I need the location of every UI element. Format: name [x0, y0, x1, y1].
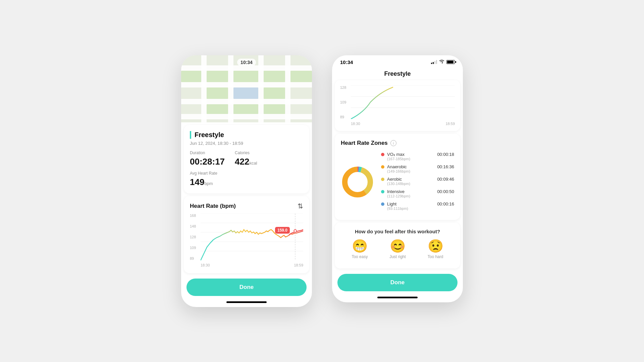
zones-card: Heart Rate Zones i — [335, 134, 460, 220]
svg-rect-1 — [181, 65, 312, 71]
duration-value: 00:28:17 — [190, 157, 225, 167]
svg-rect-10 — [233, 71, 258, 82]
aerobic-dot — [381, 178, 384, 181]
feeling-title: How do you feel after this workout? — [341, 229, 454, 234]
y-axis: 168 148 128 109 89 — [190, 214, 196, 260]
svg-rect-2 — [181, 82, 312, 87]
feeling-too-hard[interactable]: 😟 Too hard — [428, 240, 443, 259]
svg-rect-12 — [207, 87, 228, 99]
zone-item-vo2max: VO₂ max (167-185bpm) 00:00:18 — [381, 152, 454, 161]
chart-settings-icon[interactable]: ⇅ — [298, 202, 303, 210]
right-page-title: Freestyle — [332, 68, 463, 77]
too-hard-emoji: 😟 — [428, 240, 443, 252]
svg-rect-8 — [285, 55, 290, 122]
wifi-icon — [439, 60, 444, 65]
workout-title: Freestyle — [190, 131, 303, 139]
workout-date: Jun 12, 2024, 18:30 - 18:59 — [190, 141, 303, 146]
right-y-axis: 128 109 89 — [340, 85, 346, 119]
svg-rect-11 — [264, 71, 285, 82]
hr-line-chart-card: 128 109 89 — [335, 80, 460, 131]
feeling-too-easy[interactable]: 😁 Too easy — [352, 240, 368, 259]
zones-title: Heart Rate Zones — [341, 140, 388, 146]
right-chart-area — [351, 85, 455, 119]
svg-point-26 — [294, 230, 297, 232]
status-icons — [431, 60, 455, 65]
info-icon[interactable]: i — [390, 140, 396, 146]
intensive-dot — [381, 190, 384, 193]
too-easy-label: Too easy — [352, 254, 368, 259]
svg-rect-5 — [201, 55, 207, 122]
right-done-button[interactable]: Done — [337, 274, 458, 291]
donut-chart — [341, 165, 374, 200]
map-time-overlay: 10:34 — [237, 59, 256, 66]
duration-stat: Duration 00:28:17 — [190, 150, 225, 167]
home-indicator — [226, 301, 267, 303]
chart-area: 168 148 128 109 89 — [190, 214, 303, 267]
chart-svg-container: 159.0 — [201, 214, 303, 260]
zones-list: VO₂ max (167-185bpm) 00:00:18 Anaerobic … — [381, 152, 454, 214]
battery-icon — [446, 60, 455, 64]
chart-title: Heart Rate (bpm) — [190, 203, 236, 209]
calories-value: 422kcal — [235, 157, 257, 167]
svg-rect-14 — [264, 87, 285, 99]
feeling-card: How do you feel after this workout? 😁 To… — [335, 223, 460, 268]
svg-rect-9 — [207, 71, 228, 82]
map-area: 10:34 — [181, 55, 312, 122]
right-phone: 10:34 Freestyle 128 109 89 — [332, 55, 463, 302]
summary-card: Freestyle Jun 12, 2024, 18:30 - 18:59 Du… — [184, 125, 309, 193]
svg-rect-4 — [181, 114, 312, 119]
svg-rect-7 — [258, 55, 264, 122]
home-indicator-right — [377, 297, 418, 298]
right-x-axis: 18:30 18:59 — [351, 122, 455, 126]
duration-label: Duration — [190, 150, 225, 155]
zone-item-aerobic: Aerobic (130-148bpm) 00:09:46 — [381, 177, 454, 186]
too-hard-label: Too hard — [428, 254, 443, 259]
avg-hr-value: 149bpm — [190, 177, 303, 187]
svg-rect-18 — [233, 104, 258, 114]
too-easy-emoji: 😁 — [352, 240, 368, 252]
status-bar: 10:34 — [332, 55, 463, 68]
zone-item-anaerobic: Anaerobic (149-166bpm) 00:16:36 — [381, 164, 454, 173]
avg-hr-label: Avg Heart Rate — [190, 171, 303, 176]
svg-rect-19 — [264, 104, 285, 114]
calories-label: Calories — [235, 150, 257, 155]
svg-rect-16 — [290, 71, 312, 82]
zone-item-light: Light (93-111bpm) 00:00:16 — [381, 201, 454, 210]
svg-rect-13 — [233, 87, 258, 99]
svg-rect-17 — [207, 104, 228, 114]
anaerobic-dot — [381, 165, 384, 169]
calories-stat: Calories 422kcal — [235, 150, 257, 167]
vo2max-dot — [381, 153, 384, 156]
zones-header: Heart Rate Zones i — [341, 140, 454, 146]
feeling-options: 😁 Too easy 😊 Just right 😟 Too hard — [341, 240, 454, 259]
left-phone: 10:34 Freestyle Jun 12, 2024, 18:30 - 18… — [181, 55, 312, 307]
tooltip-box: 159.0 — [275, 227, 290, 234]
svg-rect-6 — [228, 55, 233, 122]
zone-item-intensive: Intensive (112-129bpm) 00:00:50 — [381, 189, 454, 198]
svg-point-36 — [348, 173, 367, 191]
signal-icon — [431, 60, 437, 64]
light-dot — [381, 202, 384, 206]
left-done-button[interactable]: Done — [186, 279, 307, 296]
feeling-just-right[interactable]: 😊 Just right — [389, 240, 406, 259]
just-right-label: Just right — [389, 254, 406, 259]
just-right-emoji: 😊 — [390, 240, 406, 252]
svg-rect-3 — [181, 99, 312, 104]
svg-rect-15 — [181, 71, 201, 82]
x-axis: 18:30 18:59 — [201, 263, 303, 267]
status-time: 10:34 — [340, 59, 353, 65]
hr-chart-card: Heart Rate (bpm) ⇅ 168 148 128 109 89 — [184, 196, 309, 273]
